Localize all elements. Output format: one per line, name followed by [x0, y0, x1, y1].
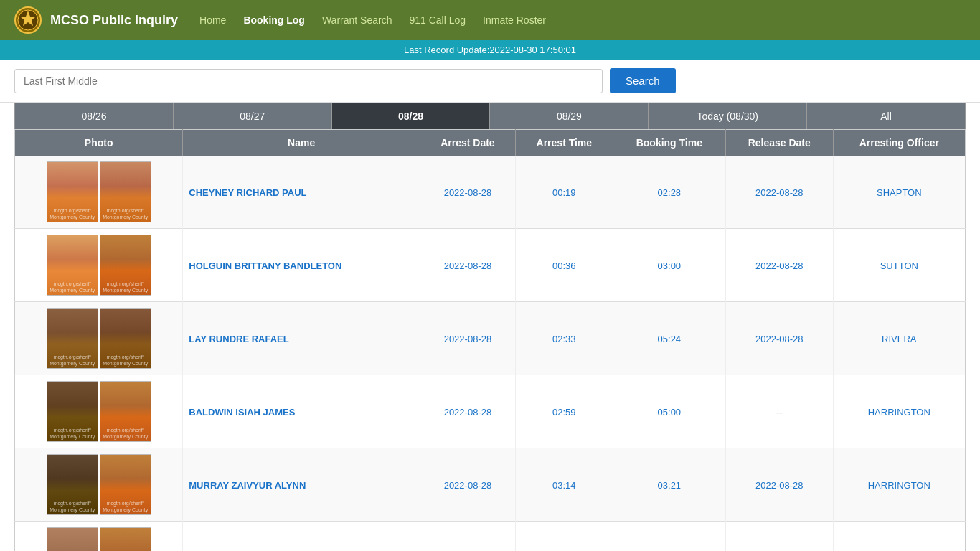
arrest-date: 2022-08-28 [444, 480, 492, 491]
release-date-cell: 2022-08-28 [725, 302, 833, 375]
officer-name: HARRINGTON [868, 407, 930, 418]
table-row: mcgtn.org/sheriffMontgomery County mcgtn… [15, 522, 966, 552]
arrest-time-cell: 03:14 [515, 448, 613, 522]
col-photo: Photo [15, 130, 183, 156]
booking-time-cell: 02:28 [613, 156, 725, 229]
table-row: mcgtn.org/sheriffMontgomery County mcgtn… [15, 375, 966, 448]
arrest-date-cell: 2022-08-28 [420, 302, 515, 375]
arrest-date: 2022-08-28 [444, 407, 492, 418]
inmate-name-link[interactable]: BALDWIN ISIAH JAMES [189, 407, 295, 418]
name-cell[interactable]: LAY RUNDRE RAFAEL [183, 302, 420, 375]
release-date-cell: 2022-08-28 [725, 448, 833, 522]
arrest-time: 02:33 [552, 334, 576, 344]
release-date-cell: 2022-08-28 [725, 229, 833, 302]
tab-0826[interactable]: 08/26 [15, 103, 174, 129]
main-container: 08/26 08/27 08/28 08/29 Today (08/30) Al… [0, 103, 980, 551]
release-date: 2022-08-28 [755, 480, 804, 491]
table-row: mcgtn.org/sheriffMontgomery County mcgtn… [15, 156, 966, 229]
booking-time-cell: 03:00 [613, 229, 725, 302]
tab-all[interactable]: All [807, 103, 965, 129]
search-button[interactable]: Search [610, 68, 676, 93]
booking-time: 05:00 [658, 407, 682, 418]
photo-cell: mcgtn.org/sheriffMontgomery County mcgtn… [15, 156, 183, 229]
release-date-cell: 2022-08-28 [725, 522, 833, 552]
photo-cell: mcgtn.org/sheriffMontgomery County mcgtn… [15, 229, 183, 302]
officer-cell[interactable]: HARRINGTON [833, 375, 965, 448]
officer-cell[interactable]: RIVERA [833, 302, 965, 375]
logo-icon [14, 6, 42, 34]
arrest-time-cell: 00:36 [515, 229, 613, 302]
officer-cell[interactable]: SHAPTON [833, 156, 965, 229]
status-bar: Last Record Update:2022-08-30 17:50:01 [0, 40, 980, 60]
table-row: mcgtn.org/sheriffMontgomery County mcgtn… [15, 448, 966, 522]
arrest-time: 02:59 [552, 407, 576, 418]
release-date-cell: 2022-08-28 [725, 156, 833, 229]
officer-cell[interactable]: SUTTON [833, 229, 965, 302]
tab-0827[interactable]: 08/27 [174, 103, 332, 129]
name-cell[interactable]: DIAZ FABIAN GABRIEL [183, 522, 420, 552]
inmate-name-link[interactable]: HOLGUIN BRITTANY BANDLETON [189, 260, 341, 271]
name-cell[interactable]: HOLGUIN BRITTANY BANDLETON [183, 229, 420, 302]
inmate-name-link[interactable]: LAY RUNDRE RAFAEL [189, 334, 288, 344]
booking-time: 05:24 [658, 334, 682, 344]
arrest-time: 00:36 [552, 260, 576, 271]
nav-home[interactable]: Home [199, 14, 226, 26]
name-cell[interactable]: MURRAY ZAIVYUR ALYNN [183, 448, 420, 522]
officer-cell[interactable]: HARRINGTON [833, 448, 965, 522]
tab-0829[interactable]: 08/29 [490, 103, 649, 129]
photo-cell: mcgtn.org/sheriffMontgomery County mcgtn… [15, 302, 183, 375]
booking-time: 02:28 [658, 187, 682, 198]
booking-time-cell: 05:00 [613, 375, 725, 448]
inmate-name-link[interactable]: CHEYNEY RICHARD PAUL [189, 187, 306, 198]
nav-911-call-log[interactable]: 911 Call Log [409, 14, 466, 26]
release-date: 2022-08-28 [755, 334, 804, 344]
nav-warrant-search[interactable]: Warrant Search [322, 14, 392, 26]
name-cell[interactable]: CHEYNEY RICHARD PAUL [183, 156, 420, 229]
photo-cell: mcgtn.org/sheriffMontgomery County mcgtn… [15, 375, 183, 448]
arrest-date-cell: 2022-08-28 [420, 522, 515, 552]
booking-time: 03:21 [658, 480, 682, 491]
inmate-name-link[interactable]: MURRAY ZAIVYUR ALYNN [189, 480, 306, 491]
booking-time-cell: 05:24 [613, 302, 725, 375]
officer-name: SHAPTON [877, 187, 922, 198]
navbar: MCSO Public Inquiry Home Booking Log War… [0, 0, 980, 40]
col-officer: Arresting Officer [833, 130, 965, 156]
table-row: mcgtn.org/sheriffMontgomery County mcgtn… [15, 229, 966, 302]
nav-booking-log[interactable]: Booking Log [243, 14, 305, 26]
search-input[interactable] [14, 69, 603, 93]
release-date: -- [776, 407, 783, 418]
arrest-date: 2022-08-28 [444, 334, 492, 344]
officer-name: RIVERA [882, 334, 916, 344]
tab-0828[interactable]: 08/28 [332, 103, 491, 129]
tab-today[interactable]: Today (08/30) [649, 103, 807, 129]
table-row: mcgtn.org/sheriffMontgomery County mcgtn… [15, 302, 966, 375]
arrest-time-cell: 00:19 [515, 156, 613, 229]
arrest-date-cell: 2022-08-28 [420, 375, 515, 448]
table-header-row: Photo Name Arrest Date Arrest Time Booki… [15, 130, 966, 156]
app-title: MCSO Public Inquiry [50, 13, 178, 28]
arrest-date: 2022-08-28 [444, 260, 492, 271]
booking-table: Photo Name Arrest Date Arrest Time Booki… [14, 129, 966, 551]
officer-name: SUTTON [880, 260, 918, 271]
officer-name: HARRINGTON [868, 480, 930, 491]
officer-cell[interactable]: CONERY [833, 522, 965, 552]
booking-time: 03:00 [658, 260, 682, 271]
arrest-time-cell: 12:50 [515, 522, 613, 552]
arrest-date: 2022-08-28 [444, 187, 492, 198]
arrest-date-cell: 2022-08-28 [420, 448, 515, 522]
col-arrest-date: Arrest Date [420, 130, 515, 156]
nav-links: Home Booking Log Warrant Search 911 Call… [199, 14, 546, 26]
photo-cell: mcgtn.org/sheriffMontgomery County mcgtn… [15, 448, 183, 522]
release-date: 2022-08-28 [755, 260, 804, 271]
date-tabs: 08/26 08/27 08/28 08/29 Today (08/30) Al… [14, 103, 966, 129]
col-arrest-time: Arrest Time [515, 130, 613, 156]
release-date: 2022-08-28 [755, 187, 804, 198]
name-cell[interactable]: BALDWIN ISIAH JAMES [183, 375, 420, 448]
nav-inmate-roster[interactable]: Inmate Roster [483, 14, 546, 26]
release-date-cell: -- [725, 375, 833, 448]
arrest-time-cell: 02:33 [515, 302, 613, 375]
booking-time-cell: 12:53 [613, 522, 725, 552]
col-booking-time: Booking Time [613, 130, 725, 156]
arrest-date-cell: 2022-08-28 [420, 229, 515, 302]
arrest-date-cell: 2022-08-28 [420, 156, 515, 229]
